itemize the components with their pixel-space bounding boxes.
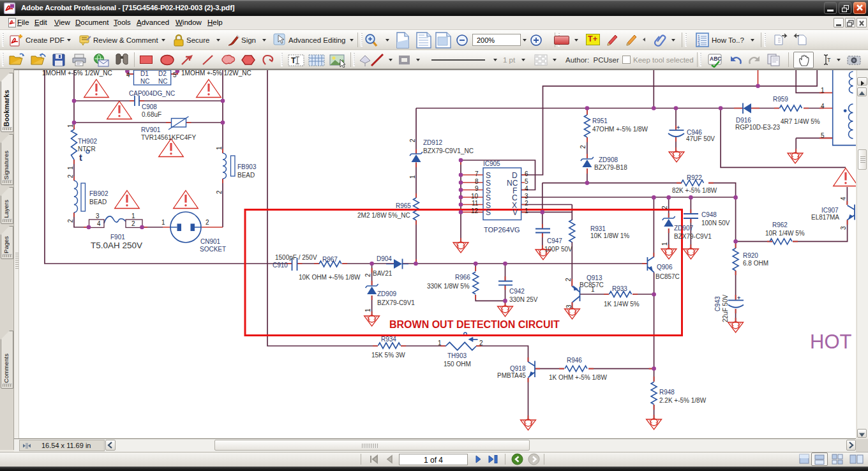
svg-text:D904: D904 bbox=[377, 255, 392, 262]
svg-text:CAP004DG_NC: CAP004DG_NC bbox=[129, 90, 175, 97]
svg-text:47UF 50V: 47UF 50V bbox=[686, 135, 715, 142]
svg-text:BZX79-B18: BZX79-B18 bbox=[594, 164, 627, 171]
svg-text:C943: C943 bbox=[714, 296, 721, 311]
svg-text:4: 4 bbox=[97, 220, 101, 227]
svg-text:3: 3 bbox=[840, 226, 847, 230]
svg-text:T: T bbox=[827, 57, 831, 63]
svg-text:1K 1/4W 5%: 1K 1/4W 5% bbox=[604, 301, 640, 308]
svg-text:FB902: FB902 bbox=[89, 190, 108, 197]
svg-text:1: 1 bbox=[364, 308, 371, 312]
svg-text:R962: R962 bbox=[772, 221, 788, 228]
svg-text:R934: R934 bbox=[381, 336, 396, 343]
svg-text:D2: D2 bbox=[158, 70, 167, 77]
svg-text:1500pF / 250V: 1500pF / 250V bbox=[275, 254, 317, 261]
svg-text:S: S bbox=[486, 208, 491, 217]
svg-text:1K OHM +-5% 1/8W: 1K OHM +-5% 1/8W bbox=[549, 374, 607, 381]
svg-text:R951: R951 bbox=[592, 117, 608, 124]
svg-text:2: 2 bbox=[67, 219, 74, 223]
svg-text:BZX79-C9V1: BZX79-C9V1 bbox=[377, 299, 415, 306]
svg-text:12: 12 bbox=[471, 207, 479, 214]
svg-text:1: 1 bbox=[67, 124, 74, 128]
svg-text:2: 2 bbox=[409, 138, 416, 142]
svg-text:ABC: ABC bbox=[710, 56, 721, 62]
svg-text:1: 1 bbox=[216, 146, 223, 150]
svg-text:5: 5 bbox=[525, 178, 528, 185]
svg-text:NC: NC bbox=[158, 78, 167, 85]
svg-text:330K 1/8W 5%: 330K 1/8W 5% bbox=[427, 283, 470, 290]
svg-text:82K +-5% 1/8W: 82K +-5% 1/8W bbox=[672, 187, 717, 194]
svg-text:BZX79-C9V1: BZX79-C9V1 bbox=[674, 233, 712, 240]
svg-text:4R7 1/4W 5%: 4R7 1/4W 5% bbox=[781, 118, 820, 125]
svg-text:R931: R931 bbox=[590, 225, 606, 232]
svg-text:100N 50V: 100N 50V bbox=[701, 220, 730, 227]
svg-text:C908: C908 bbox=[142, 103, 157, 110]
svg-text:F901: F901 bbox=[110, 234, 125, 241]
svg-text:1: 1 bbox=[131, 213, 135, 220]
svg-text:SOCKET: SOCKET bbox=[200, 246, 226, 253]
svg-text:FB903: FB903 bbox=[237, 163, 257, 170]
svg-text:R920: R920 bbox=[743, 252, 758, 259]
svg-text:5: 5 bbox=[173, 71, 177, 78]
svg-text:11: 11 bbox=[472, 200, 479, 207]
svg-text:BEAD: BEAD bbox=[89, 198, 107, 206]
svg-text:3: 3 bbox=[565, 304, 572, 308]
svg-text:Q913: Q913 bbox=[587, 274, 602, 281]
svg-text:+: + bbox=[737, 295, 740, 301]
svg-text:R922: R922 bbox=[687, 174, 702, 181]
svg-text:BAV21: BAV21 bbox=[373, 270, 393, 277]
svg-text:1MOHM +-5% 1/2W_NC: 1MOHM +-5% 1/2W_NC bbox=[42, 70, 112, 77]
svg-text:BROWN OUT DETECTION CIRCUIT: BROWN OUT DETECTION CIRCUIT bbox=[389, 319, 560, 330]
svg-text:ZD909: ZD909 bbox=[377, 290, 396, 297]
svg-text:Q918: Q918 bbox=[510, 365, 526, 372]
svg-text:R967: R967 bbox=[322, 256, 338, 263]
svg-text:BC857C: BC857C bbox=[655, 273, 680, 280]
svg-text:ZD907: ZD907 bbox=[674, 225, 693, 232]
svg-text:BEAD: BEAD bbox=[237, 172, 255, 179]
svg-text:2: 2 bbox=[364, 273, 371, 277]
svg-text:t: t bbox=[79, 153, 82, 163]
svg-text:4: 4 bbox=[821, 103, 825, 110]
svg-text:2.2K +-5% 1/8W: 2.2K +-5% 1/8W bbox=[659, 397, 707, 404]
svg-text:R959: R959 bbox=[773, 96, 788, 103]
svg-text:C942: C942 bbox=[509, 288, 525, 295]
svg-text:2: 2 bbox=[565, 278, 572, 281]
svg-text:2: 2 bbox=[479, 340, 483, 347]
svg-text:100P 50V: 100P 50V bbox=[544, 246, 572, 253]
svg-text:TOP264VG: TOP264VG bbox=[484, 226, 520, 234]
svg-text:1: 1 bbox=[821, 87, 825, 94]
svg-text:8: 8 bbox=[475, 178, 479, 185]
svg-text:C948: C948 bbox=[701, 211, 717, 218]
svg-text:7: 7 bbox=[475, 170, 479, 177]
svg-text:RV901: RV901 bbox=[141, 126, 161, 133]
svg-text:2: 2 bbox=[67, 174, 74, 178]
svg-text:EL817MA: EL817MA bbox=[811, 214, 839, 221]
svg-text:6.8 OHM: 6.8 OHM bbox=[743, 260, 768, 267]
svg-text:10K OHM +-5% 1/8W: 10K OHM +-5% 1/8W bbox=[299, 274, 361, 281]
svg-text:9: 9 bbox=[475, 185, 479, 192]
svg-text:R948: R948 bbox=[659, 389, 675, 396]
svg-text:D1: D1 bbox=[140, 70, 149, 77]
svg-text:1: 1 bbox=[161, 219, 165, 226]
svg-text:T: T bbox=[291, 56, 296, 65]
svg-text:2: 2 bbox=[580, 145, 587, 149]
svg-text:2: 2 bbox=[525, 200, 528, 207]
svg-text:NTCR: NTCR bbox=[78, 146, 96, 153]
svg-text:1MOHM +-5% 1/2W_NC: 1MOHM +-5% 1/2W_NC bbox=[181, 70, 251, 77]
svg-text:R966: R966 bbox=[455, 274, 470, 281]
svg-text:1: 1 bbox=[438, 340, 442, 347]
svg-text:RGP10D-E3-23: RGP10D-E3-23 bbox=[735, 124, 780, 131]
svg-text:BZX79-C9V1_NC: BZX79-C9V1_NC bbox=[423, 147, 474, 154]
svg-text:2: 2 bbox=[216, 190, 223, 194]
svg-text:V: V bbox=[513, 208, 518, 217]
svg-text:10R 1/4W 5%: 10R 1/4W 5% bbox=[765, 230, 805, 237]
svg-text:Q906: Q906 bbox=[657, 264, 673, 271]
svg-text:10: 10 bbox=[471, 193, 479, 200]
svg-text:3: 3 bbox=[525, 193, 528, 200]
svg-text:4: 4 bbox=[840, 197, 847, 200]
svg-text:3: 3 bbox=[698, 42, 700, 47]
svg-text:TVR14561KFC4FY: TVR14561KFC4FY bbox=[141, 134, 196, 141]
svg-text:22uF 50V: 22uF 50V bbox=[722, 294, 729, 322]
svg-text:2: 2 bbox=[206, 219, 209, 226]
svg-text:+: + bbox=[677, 124, 680, 131]
svg-text:NC: NC bbox=[140, 78, 149, 85]
